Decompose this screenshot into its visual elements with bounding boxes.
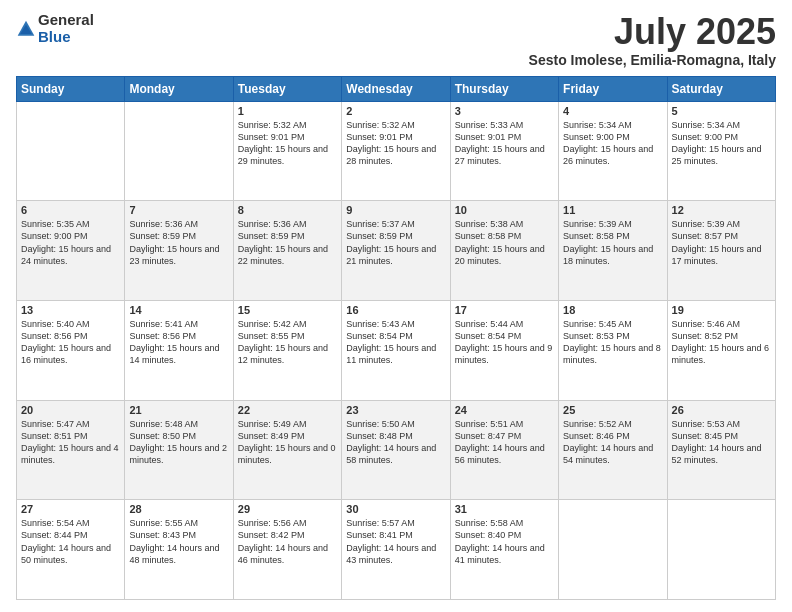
- logo-general: General: [38, 12, 94, 29]
- day-number: 13: [21, 304, 120, 316]
- day-header-wednesday: Wednesday: [342, 76, 450, 101]
- day-content: Sunrise: 5:39 AM Sunset: 8:58 PM Dayligh…: [563, 218, 662, 267]
- calendar-cell: [667, 500, 775, 600]
- day-content: Sunrise: 5:38 AM Sunset: 8:58 PM Dayligh…: [455, 218, 554, 267]
- day-content: Sunrise: 5:36 AM Sunset: 8:59 PM Dayligh…: [129, 218, 228, 267]
- day-number: 19: [672, 304, 771, 316]
- calendar-cell: 29Sunrise: 5:56 AM Sunset: 8:42 PM Dayli…: [233, 500, 341, 600]
- calendar-cell: 5Sunrise: 5:34 AM Sunset: 9:00 PM Daylig…: [667, 101, 775, 201]
- day-number: 18: [563, 304, 662, 316]
- calendar-cell: 31Sunrise: 5:58 AM Sunset: 8:40 PM Dayli…: [450, 500, 558, 600]
- calendar-cell: 8Sunrise: 5:36 AM Sunset: 8:59 PM Daylig…: [233, 201, 341, 301]
- calendar-week-row: 20Sunrise: 5:47 AM Sunset: 8:51 PM Dayli…: [17, 400, 776, 500]
- day-content: Sunrise: 5:54 AM Sunset: 8:44 PM Dayligh…: [21, 517, 120, 566]
- calendar-cell: [125, 101, 233, 201]
- title-location: Sesto Imolese, Emilia-Romagna, Italy: [529, 52, 776, 68]
- day-number: 30: [346, 503, 445, 515]
- day-content: Sunrise: 5:44 AM Sunset: 8:54 PM Dayligh…: [455, 318, 554, 367]
- calendar-cell: 1Sunrise: 5:32 AM Sunset: 9:01 PM Daylig…: [233, 101, 341, 201]
- calendar-cell: 11Sunrise: 5:39 AM Sunset: 8:58 PM Dayli…: [559, 201, 667, 301]
- calendar-cell: 20Sunrise: 5:47 AM Sunset: 8:51 PM Dayli…: [17, 400, 125, 500]
- header: General Blue July 2025 Sesto Imolese, Em…: [16, 12, 776, 68]
- day-header-thursday: Thursday: [450, 76, 558, 101]
- title-block: July 2025 Sesto Imolese, Emilia-Romagna,…: [529, 12, 776, 68]
- calendar-cell: [17, 101, 125, 201]
- calendar-cell: 2Sunrise: 5:32 AM Sunset: 9:01 PM Daylig…: [342, 101, 450, 201]
- calendar-week-row: 6Sunrise: 5:35 AM Sunset: 9:00 PM Daylig…: [17, 201, 776, 301]
- calendar-cell: 13Sunrise: 5:40 AM Sunset: 8:56 PM Dayli…: [17, 300, 125, 400]
- day-number: 21: [129, 404, 228, 416]
- day-content: Sunrise: 5:34 AM Sunset: 9:00 PM Dayligh…: [672, 119, 771, 168]
- calendar-cell: 9Sunrise: 5:37 AM Sunset: 8:59 PM Daylig…: [342, 201, 450, 301]
- logo-text: General Blue: [38, 12, 94, 45]
- day-content: Sunrise: 5:37 AM Sunset: 8:59 PM Dayligh…: [346, 218, 445, 267]
- day-header-sunday: Sunday: [17, 76, 125, 101]
- calendar-cell: 30Sunrise: 5:57 AM Sunset: 8:41 PM Dayli…: [342, 500, 450, 600]
- day-number: 1: [238, 105, 337, 117]
- day-number: 5: [672, 105, 771, 117]
- day-number: 31: [455, 503, 554, 515]
- day-number: 9: [346, 204, 445, 216]
- day-number: 27: [21, 503, 120, 515]
- calendar-cell: 7Sunrise: 5:36 AM Sunset: 8:59 PM Daylig…: [125, 201, 233, 301]
- calendar-cell: 28Sunrise: 5:55 AM Sunset: 8:43 PM Dayli…: [125, 500, 233, 600]
- day-content: Sunrise: 5:50 AM Sunset: 8:48 PM Dayligh…: [346, 418, 445, 467]
- day-content: Sunrise: 5:41 AM Sunset: 8:56 PM Dayligh…: [129, 318, 228, 367]
- day-content: Sunrise: 5:33 AM Sunset: 9:01 PM Dayligh…: [455, 119, 554, 168]
- day-content: Sunrise: 5:39 AM Sunset: 8:57 PM Dayligh…: [672, 218, 771, 267]
- calendar-table: SundayMondayTuesdayWednesdayThursdayFrid…: [16, 76, 776, 600]
- day-number: 6: [21, 204, 120, 216]
- calendar-cell: 18Sunrise: 5:45 AM Sunset: 8:53 PM Dayli…: [559, 300, 667, 400]
- day-header-saturday: Saturday: [667, 76, 775, 101]
- calendar-cell: 12Sunrise: 5:39 AM Sunset: 8:57 PM Dayli…: [667, 201, 775, 301]
- calendar-cell: 10Sunrise: 5:38 AM Sunset: 8:58 PM Dayli…: [450, 201, 558, 301]
- day-number: 20: [21, 404, 120, 416]
- calendar-cell: 6Sunrise: 5:35 AM Sunset: 9:00 PM Daylig…: [17, 201, 125, 301]
- calendar-cell: 14Sunrise: 5:41 AM Sunset: 8:56 PM Dayli…: [125, 300, 233, 400]
- day-content: Sunrise: 5:42 AM Sunset: 8:55 PM Dayligh…: [238, 318, 337, 367]
- page: General Blue July 2025 Sesto Imolese, Em…: [0, 0, 792, 612]
- day-header-monday: Monday: [125, 76, 233, 101]
- day-header-friday: Friday: [559, 76, 667, 101]
- day-number: 12: [672, 204, 771, 216]
- logo-blue: Blue: [38, 29, 94, 46]
- day-number: 28: [129, 503, 228, 515]
- day-content: Sunrise: 5:32 AM Sunset: 9:01 PM Dayligh…: [238, 119, 337, 168]
- calendar-cell: 17Sunrise: 5:44 AM Sunset: 8:54 PM Dayli…: [450, 300, 558, 400]
- day-number: 29: [238, 503, 337, 515]
- calendar-cell: 19Sunrise: 5:46 AM Sunset: 8:52 PM Dayli…: [667, 300, 775, 400]
- day-number: 14: [129, 304, 228, 316]
- calendar-week-row: 1Sunrise: 5:32 AM Sunset: 9:01 PM Daylig…: [17, 101, 776, 201]
- day-content: Sunrise: 5:52 AM Sunset: 8:46 PM Dayligh…: [563, 418, 662, 467]
- day-header-tuesday: Tuesday: [233, 76, 341, 101]
- day-number: 24: [455, 404, 554, 416]
- calendar-cell: 23Sunrise: 5:50 AM Sunset: 8:48 PM Dayli…: [342, 400, 450, 500]
- calendar-week-row: 27Sunrise: 5:54 AM Sunset: 8:44 PM Dayli…: [17, 500, 776, 600]
- calendar-cell: 27Sunrise: 5:54 AM Sunset: 8:44 PM Dayli…: [17, 500, 125, 600]
- day-number: 2: [346, 105, 445, 117]
- day-number: 23: [346, 404, 445, 416]
- day-number: 3: [455, 105, 554, 117]
- calendar-cell: 3Sunrise: 5:33 AM Sunset: 9:01 PM Daylig…: [450, 101, 558, 201]
- day-number: 11: [563, 204, 662, 216]
- day-content: Sunrise: 5:36 AM Sunset: 8:59 PM Dayligh…: [238, 218, 337, 267]
- calendar-cell: [559, 500, 667, 600]
- calendar-cell: 25Sunrise: 5:52 AM Sunset: 8:46 PM Dayli…: [559, 400, 667, 500]
- day-number: 7: [129, 204, 228, 216]
- day-content: Sunrise: 5:46 AM Sunset: 8:52 PM Dayligh…: [672, 318, 771, 367]
- day-content: Sunrise: 5:55 AM Sunset: 8:43 PM Dayligh…: [129, 517, 228, 566]
- day-content: Sunrise: 5:56 AM Sunset: 8:42 PM Dayligh…: [238, 517, 337, 566]
- logo-icon: [16, 19, 36, 39]
- day-content: Sunrise: 5:48 AM Sunset: 8:50 PM Dayligh…: [129, 418, 228, 467]
- day-number: 22: [238, 404, 337, 416]
- calendar-cell: 22Sunrise: 5:49 AM Sunset: 8:49 PM Dayli…: [233, 400, 341, 500]
- logo: General Blue: [16, 12, 94, 45]
- title-month: July 2025: [529, 12, 776, 52]
- day-content: Sunrise: 5:51 AM Sunset: 8:47 PM Dayligh…: [455, 418, 554, 467]
- day-number: 10: [455, 204, 554, 216]
- day-content: Sunrise: 5:34 AM Sunset: 9:00 PM Dayligh…: [563, 119, 662, 168]
- day-number: 8: [238, 204, 337, 216]
- calendar-cell: 26Sunrise: 5:53 AM Sunset: 8:45 PM Dayli…: [667, 400, 775, 500]
- day-content: Sunrise: 5:35 AM Sunset: 9:00 PM Dayligh…: [21, 218, 120, 267]
- day-number: 17: [455, 304, 554, 316]
